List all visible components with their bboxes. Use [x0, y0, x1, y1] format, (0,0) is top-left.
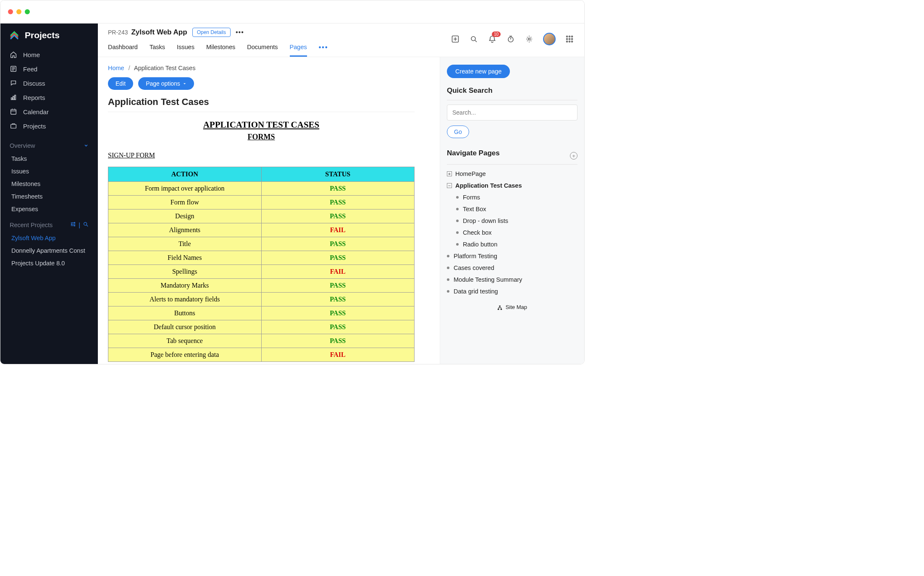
svg-line-19 — [87, 225, 88, 227]
sidebar-subitem-milestones[interactable]: Milestones — [0, 178, 98, 190]
svg-point-30 — [569, 36, 570, 37]
table-row: SpellingsFAIL — [108, 265, 415, 279]
table-row: ButtonsPASS — [108, 306, 415, 320]
filter-icon[interactable] — [70, 221, 76, 228]
expand-icon[interactable]: + — [447, 171, 452, 176]
tab-dashboard[interactable]: Dashboard — [108, 40, 138, 57]
apps-grid-icon[interactable] — [565, 34, 574, 44]
breadcrumb-home[interactable]: Home — [108, 65, 124, 71]
collapse-icon[interactable]: − — [447, 183, 452, 188]
reports-icon — [10, 94, 17, 101]
bullet-icon — [447, 290, 449, 293]
svg-point-37 — [572, 41, 573, 42]
tree-child-item[interactable]: Text Box — [447, 203, 578, 215]
tree-child-item[interactable]: Check box — [447, 227, 578, 238]
search-icon[interactable] — [83, 221, 89, 228]
tree-sibling-item[interactable]: Data grid testing — [447, 285, 578, 297]
status-cell: FAIL — [261, 265, 415, 279]
tree-item-label: Text Box — [463, 206, 486, 212]
page-title: Application Test Cases — [108, 97, 440, 107]
create-new-page-button[interactable]: Create new page — [447, 65, 510, 78]
svg-point-28 — [528, 38, 530, 40]
app-sidebar: Projects Home Feed Discuss Reports Calen… — [0, 24, 98, 364]
user-avatar[interactable] — [543, 33, 556, 45]
doc-subtitle: FORMS — [108, 133, 415, 141]
home-icon — [10, 51, 17, 58]
settings-icon[interactable] — [525, 34, 534, 44]
recent-project-item[interactable]: Donnelly Apartments Const — [0, 244, 98, 257]
search-icon[interactable] — [469, 34, 478, 44]
tree-sibling-item[interactable]: Platform Testing — [447, 250, 578, 262]
tree-child-item[interactable]: Forms — [447, 191, 578, 203]
tree-child-item[interactable]: Drop - down lists — [447, 215, 578, 227]
sidebar-subitem-expenses[interactable]: Expenses — [0, 203, 98, 215]
tree-item-label: Data grid testing — [454, 288, 498, 295]
tree-item-homepage[interactable]: + HomePage — [447, 168, 578, 180]
status-cell: PASS — [261, 306, 415, 320]
notification-badge: 10 — [492, 31, 501, 37]
sidebar-item-discuss[interactable]: Discuss — [0, 76, 98, 90]
tab-milestones[interactable]: Milestones — [206, 40, 235, 57]
tab-pages[interactable]: Pages — [290, 40, 307, 57]
recent-project-item[interactable]: Projects Update 8.0 — [0, 257, 98, 270]
add-page-icon[interactable]: + — [570, 152, 578, 160]
bullet-icon — [456, 208, 459, 210]
tab-documents[interactable]: Documents — [247, 40, 278, 57]
topbar: PR-243 Zylsoft Web App Open Details ••• … — [98, 24, 584, 57]
bullet-icon — [447, 255, 449, 257]
tree-child-item[interactable]: Radio button — [447, 238, 578, 250]
sitemap-link[interactable]: Site Map — [447, 304, 578, 310]
svg-point-17 — [74, 225, 75, 226]
project-code: PR-243 — [108, 29, 128, 36]
action-cell: Design — [108, 209, 262, 223]
status-cell: FAIL — [261, 348, 415, 362]
bullet-icon — [456, 196, 459, 199]
action-cell: Alignments — [108, 223, 262, 237]
tree-item-label: Check box — [463, 229, 492, 236]
add-icon[interactable] — [451, 34, 460, 44]
tree-item-current[interactable]: − Application Test Cases — [447, 180, 578, 191]
sidebar-item-calendar[interactable]: Calendar — [0, 105, 98, 119]
sidebar-section-overview[interactable]: Overview — [0, 137, 98, 152]
sidebar-item-projects[interactable]: Projects — [0, 119, 98, 133]
app-logo-icon — [9, 30, 20, 41]
bell-icon[interactable]: 10 — [488, 34, 497, 44]
table-row: AlignmentsFAIL — [108, 223, 415, 237]
breadcrumb-current: Application Test Cases — [134, 65, 195, 71]
timer-icon[interactable] — [506, 34, 515, 44]
status-cell: PASS — [261, 251, 415, 265]
more-options-icon[interactable]: ••• — [236, 29, 244, 36]
recent-project-item[interactable]: Zylsoft Web App — [0, 232, 98, 244]
action-cell: Form impact over application — [108, 182, 262, 196]
sidebar-section-recent: Recent Projects | — [0, 215, 98, 232]
tree-sibling-item[interactable]: Module Testing Summary — [447, 274, 578, 285]
tabs-more-icon[interactable]: ••• — [319, 40, 328, 57]
edit-button[interactable]: Edit — [108, 77, 133, 90]
window-maximize-button[interactable] — [25, 9, 30, 14]
quick-search-input[interactable] — [447, 105, 578, 120]
sidebar-subitem-issues[interactable]: Issues — [0, 165, 98, 178]
page-options-button[interactable]: Page options — [138, 77, 194, 90]
tree-sibling-item[interactable]: Cases covered — [447, 262, 578, 274]
tree-item-label: Module Testing Summary — [454, 276, 522, 283]
window-minimize-button[interactable] — [16, 9, 21, 14]
open-details-button[interactable]: Open Details — [192, 28, 231, 37]
page-options-label: Page options — [146, 80, 180, 87]
tab-issues[interactable]: Issues — [177, 40, 194, 57]
svg-point-36 — [569, 41, 570, 42]
sidebar-item-reports[interactable]: Reports — [0, 90, 98, 105]
project-name: Zylsoft Web App — [131, 28, 187, 37]
window-close-button[interactable] — [8, 9, 13, 14]
table-row: Tab sequencePASS — [108, 334, 415, 348]
sidebar-subitem-tasks[interactable]: Tasks — [0, 152, 98, 165]
tree-item-label: Forms — [463, 194, 480, 201]
sidebar-subitem-timesheets[interactable]: Timesheets — [0, 190, 98, 203]
tree-item-label: Application Test Cases — [455, 182, 522, 189]
sidebar-item-home[interactable]: Home — [0, 47, 98, 62]
tab-tasks[interactable]: Tasks — [150, 40, 165, 57]
table-row: Page before entering dataFAIL — [108, 348, 415, 362]
sidebar-item-feed[interactable]: Feed — [0, 62, 98, 76]
go-button[interactable]: Go — [447, 126, 469, 138]
action-cell: Buttons — [108, 306, 262, 320]
sidebar-item-label: Home — [23, 51, 40, 58]
